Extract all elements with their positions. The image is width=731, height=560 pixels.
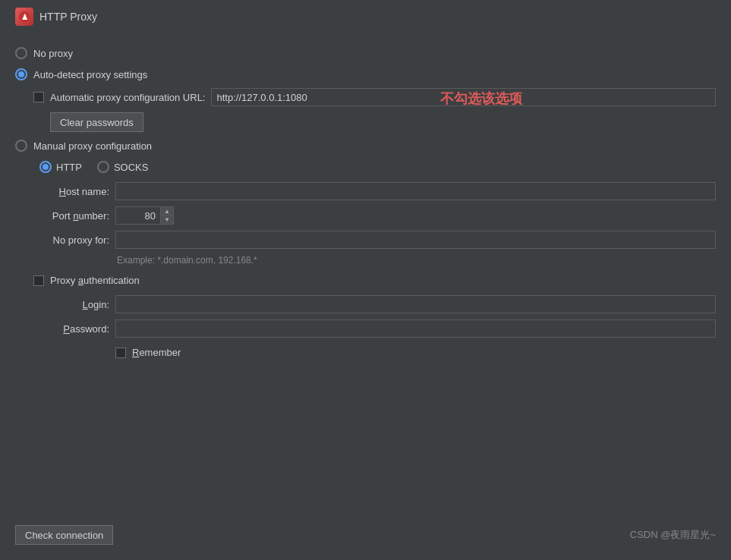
- no-proxy-for-input[interactable]: [115, 231, 716, 249]
- proxy-auth-row: Proxy authentication: [33, 272, 716, 289]
- manual-proxy-indent: HTTP SOCKS Host name: Port number: ▲: [15, 158, 716, 361]
- login-input[interactable]: [115, 295, 716, 313]
- port-number-row: Port number: ▲ ▼: [33, 206, 716, 225]
- auto-detect-radio[interactable]: [15, 68, 27, 80]
- port-decrement-button[interactable]: ▼: [161, 216, 173, 224]
- login-row: Login:: [33, 295, 716, 313]
- port-increment-button[interactable]: ▲: [161, 207, 173, 216]
- password-label: Password:: [33, 323, 109, 335]
- svg-text:♟: ♟: [21, 13, 28, 21]
- port-input-wrapper: ▲ ▼: [115, 206, 174, 225]
- proxy-auth-label: Proxy authentication: [50, 275, 140, 286]
- http-protocol-option[interactable]: HTTP: [39, 161, 82, 173]
- no-proxy-label: No proxy: [33, 48, 73, 59]
- port-spinner: ▲ ▼: [161, 206, 174, 225]
- auto-proxy-url-checkbox[interactable]: [33, 92, 44, 102]
- clear-passwords-button[interactable]: Clear passwords: [50, 112, 143, 132]
- footer: Check connection CSDN @夜雨星光~: [15, 525, 716, 545]
- password-row: Password:: [33, 319, 716, 338]
- socks-radio[interactable]: [97, 161, 109, 173]
- no-proxy-option[interactable]: No proxy: [15, 44, 716, 62]
- port-number-label: Port number:: [33, 210, 109, 222]
- header-title: HTTP Proxy: [39, 11, 97, 23]
- app-icon: ♟: [15, 8, 33, 26]
- no-proxy-radio[interactable]: [15, 47, 27, 59]
- annotation-text: 不勾选该选项: [440, 90, 522, 108]
- http-label: HTTP: [56, 162, 82, 173]
- login-label: Login:: [33, 299, 109, 310]
- host-name-label-underline: H: [59, 186, 66, 197]
- header: ♟ HTTP Proxy: [15, 8, 716, 32]
- host-name-row: Host name:: [33, 182, 716, 200]
- no-proxy-for-row: No proxy for:: [33, 231, 716, 249]
- auto-detect-option[interactable]: Auto-detect proxy settings: [15, 65, 716, 83]
- host-name-input[interactable]: [115, 182, 716, 200]
- socks-label: SOCKS: [114, 162, 149, 173]
- check-connection-button[interactable]: Check connection: [15, 525, 113, 545]
- protocol-selection: HTTP SOCKS: [33, 158, 716, 176]
- remember-row: Remember: [33, 344, 716, 361]
- host-name-label: Host name:: [33, 186, 109, 197]
- manual-proxy-label: Manual proxy configuration: [33, 140, 152, 152]
- remember-label: Remember: [132, 347, 181, 358]
- proxy-auth-checkbox[interactable]: [33, 275, 44, 286]
- example-text: Example: *.domain.com, 192.168.*: [33, 255, 716, 266]
- http-radio[interactable]: [39, 161, 52, 173]
- main-container: ♟ HTTP Proxy No proxy Auto-detect proxy …: [0, 0, 731, 560]
- remember-checkbox[interactable]: [115, 348, 126, 358]
- socks-protocol-option[interactable]: SOCKS: [97, 161, 149, 173]
- auto-detect-label: Auto-detect proxy settings: [33, 69, 147, 80]
- manual-proxy-option[interactable]: Manual proxy configuration: [15, 137, 716, 155]
- auto-proxy-url-label: Automatic proxy configuration URL:: [50, 92, 205, 103]
- watermark: CSDN @夜雨星光~: [630, 528, 716, 542]
- password-input[interactable]: [115, 319, 716, 338]
- manual-proxy-radio[interactable]: [15, 140, 27, 152]
- auto-proxy-url-row: Automatic proxy configuration URL:: [33, 88, 716, 106]
- no-proxy-for-label: No proxy for:: [33, 234, 109, 246]
- auto-detect-indent: Automatic proxy configuration URL: 不勾选该选…: [15, 88, 716, 132]
- port-input[interactable]: [115, 206, 161, 225]
